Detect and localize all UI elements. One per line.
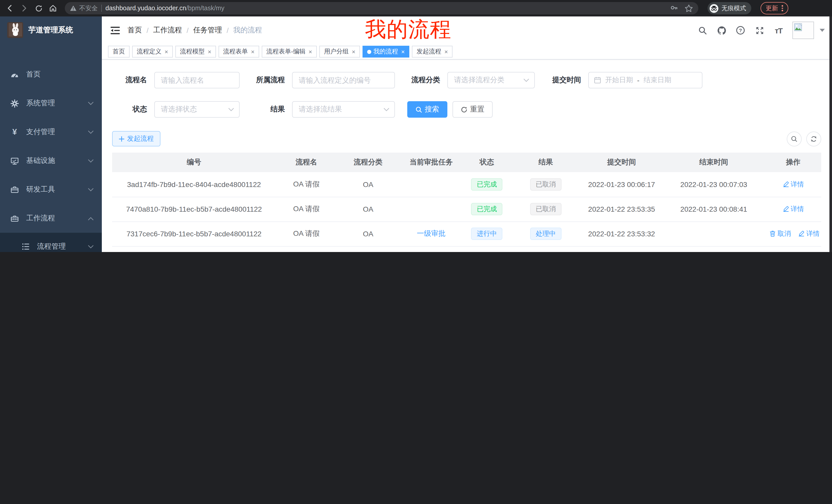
close-icon[interactable]: × [444,48,448,55]
close-icon[interactable]: × [208,48,211,55]
status-select[interactable]: 请选择状态 [154,101,240,118]
tab-label: 用户分组 [324,47,349,56]
gear-icon [10,99,19,108]
tab-流程定义[interactable]: 流程定义× [132,46,173,58]
github-icon[interactable] [716,25,727,35]
column-header: 结束时间 [662,152,765,172]
column-header: 编号 [112,152,276,172]
cell-actions: 详情 [765,172,821,197]
cell-process-name: OA 请假 [276,172,337,197]
process-definition-input[interactable] [292,72,395,88]
edit-pen-icon [782,181,789,188]
password-key-icon[interactable] [670,4,678,12]
cell-category: OA [337,246,399,252]
cell-current-task: 一级审批 [399,221,463,246]
sidebar-collapse-icon[interactable] [110,25,120,35]
url-host: dashboard.yudao.iocoder.cn [105,5,186,12]
sidebar-item-process-mgmt[interactable]: 流程管理 [0,233,102,252]
browser-back-icon[interactable] [5,4,15,13]
avatar[interactable] [792,22,814,39]
refresh-icon [810,135,817,142]
submit-time-range-picker[interactable]: 开始日期 - 结束日期 [588,72,702,88]
close-icon[interactable]: × [352,48,355,55]
cell-actions: 详情 [765,246,821,252]
tab-流程模型[interactable]: 流程模型× [175,46,216,58]
close-icon[interactable]: × [251,48,255,55]
browser-reload-icon[interactable] [34,4,43,13]
process-name-input[interactable] [154,72,240,88]
breadcrumb-item[interactable]: 任务管理 [193,26,222,35]
breadcrumb-item[interactable]: 工作流程 [153,26,182,35]
sidebar-item-devtools[interactable]: 研发工具 [0,175,102,204]
help-icon[interactable]: ? [735,25,746,35]
toolbar-search-toggle-button[interactable] [787,131,802,146]
close-icon[interactable]: × [401,48,405,55]
avatar-caret-icon[interactable] [820,29,825,32]
breadcrumb-item[interactable]: 首页 [128,26,142,35]
filter-label: 流程分类 [407,76,440,85]
bookmark-star-icon[interactable] [684,4,693,12]
screenshot-stage: 不安全 dashboard.yudao.iocoder.cn/bpm/task/… [0,0,832,252]
refresh-icon [461,106,467,113]
app-logo-row[interactable]: 芋道管理系统 [0,17,102,43]
search-button[interactable]: 搜索 [407,101,447,118]
cell-end-time: 2022-01-23 00:07:03 [662,172,765,197]
cell-submit-time: 2022-01-22 23:51:15 [581,246,662,252]
cell-submit-time: 2022-01-22 23:53:32 [581,221,662,246]
security-chip[interactable]: 不安全 [70,4,98,12]
omnibox-divider [101,5,102,12]
result-select[interactable]: 请选择流结果 [292,101,395,118]
detail-action-link[interactable]: 详情 [782,204,804,214]
action-label: 详情 [790,179,804,189]
result-badge: 已取消 [530,178,561,191]
cell-current-task [399,246,463,252]
address-bar[interactable]: 不安全 dashboard.yudao.iocoder.cn/bpm/task/… [65,2,698,15]
cell-submit-time: 2022-01-22 23:53:35 [581,197,662,221]
toolbar-refresh-button[interactable] [806,131,821,146]
sidebar-item-workflow[interactable]: 工作流程 [0,204,102,233]
fullscreen-icon[interactable] [754,25,765,35]
sidebar-item-infrastructure[interactable]: 基础设施 [0,146,102,175]
browser-menu-icon[interactable] [782,5,783,11]
sidebar: 芋道管理系统 首页 系统管理 ¥ 支付管理 [0,17,102,252]
cell-submit-time: 2022-01-23 00:06:17 [581,172,662,197]
cell-result: 已取消 [511,172,581,197]
detail-action-link[interactable]: 详情 [798,229,820,239]
filter-label: 所属流程 [252,76,285,85]
trash-icon [769,230,776,237]
cell-end-time: 2022-01-23 00:08:41 [662,197,765,221]
tab-首页[interactable]: 首页 [108,46,130,58]
cancel-action-link[interactable]: 取消 [769,229,791,239]
reset-button[interactable]: 重置 [452,101,493,118]
tab-我的流程[interactable]: 我的流程× [363,46,409,58]
tab-流程表单-编辑[interactable]: 流程表单-编辑× [262,46,317,58]
filter-label: 流程名 [112,76,147,85]
tab-流程表单[interactable]: 流程表单× [218,46,259,58]
action-label: 取消 [778,229,791,239]
detail-action-link[interactable]: 详情 [782,179,804,189]
plus-icon [119,136,125,142]
close-icon[interactable]: × [164,48,168,55]
font-size-icon[interactable]: ᴛT [773,25,784,35]
result-badge: 已取消 [530,203,561,215]
browser-home-icon[interactable] [48,4,58,13]
tab-用户分组[interactable]: 用户分组× [319,46,360,58]
create-process-button[interactable]: 发起流程 [112,131,160,146]
search-icon[interactable] [697,25,707,35]
cell-category: OA [337,172,399,197]
edit-pen-icon [782,206,789,213]
sidebar-item-label: 流程管理 [37,242,81,251]
current-task-link[interactable]: 一级审批 [417,229,446,237]
browser-forward-icon[interactable] [20,4,29,13]
sidebar-item-home[interactable]: 首页 [0,60,102,89]
close-icon[interactable]: × [309,48,312,55]
action-label: 详情 [790,204,804,214]
tab-发起流程[interactable]: 发起流程× [412,46,452,58]
sidebar-item-payment[interactable]: ¥ 支付管理 [0,118,102,146]
cell-current-task [399,197,463,221]
sidebar-item-system[interactable]: 系统管理 [0,89,102,118]
update-button[interactable]: 更新 [760,2,788,15]
column-header: 当前审批任务 [399,152,463,172]
cell-category: OA [337,197,399,221]
category-select[interactable]: 请选择流程分类 [447,72,535,88]
